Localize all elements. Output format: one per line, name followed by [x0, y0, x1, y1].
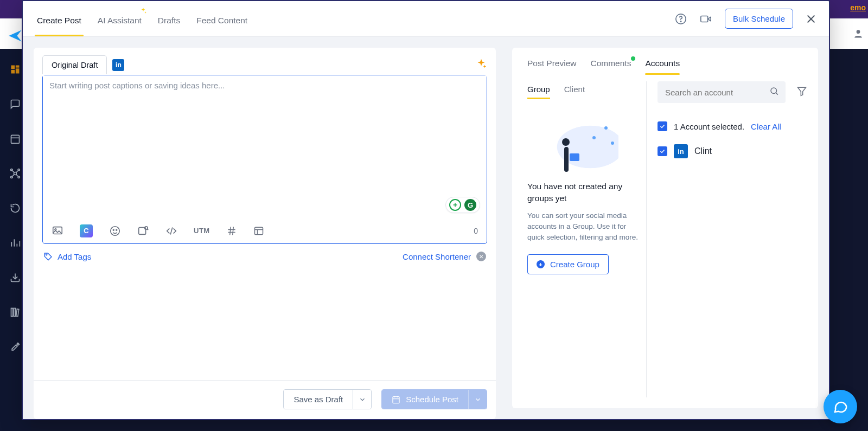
svg-point-9: [18, 169, 20, 171]
rail-dashboard-icon[interactable]: [10, 64, 21, 77]
linkedin-icon: in: [116, 61, 122, 69]
empty-groups-illustration: [548, 120, 618, 174]
right-panel: Post Preview Comments Accounts Group Cli…: [512, 48, 818, 408]
rail-download-icon[interactable]: [10, 272, 21, 285]
clear-all-link[interactable]: Clear All: [751, 122, 781, 131]
subtab-client[interactable]: Client: [564, 81, 585, 99]
save-as-draft-button[interactable]: Save as Draft: [284, 390, 353, 409]
emoji-icon[interactable]: [109, 225, 121, 237]
create-group-label: Create Group: [550, 260, 599, 269]
draft-tab-linkedin[interactable]: in: [112, 59, 124, 71]
svg-rect-1: [11, 66, 15, 69]
account-search-input[interactable]: [664, 87, 769, 98]
schedule-post-label: Schedule Post: [406, 395, 458, 404]
svg-rect-49: [393, 396, 399, 403]
caption-textarea[interactable]: [43, 75, 487, 217]
grammarly-widget[interactable]: G: [445, 197, 480, 213]
rail-comments-icon[interactable]: [10, 99, 21, 112]
schedule-post-caret[interactable]: [468, 390, 487, 409]
grammarly-add-icon: [449, 199, 461, 211]
rail-calendar-icon[interactable]: [10, 133, 21, 146]
shortener-dismiss-icon[interactable]: [476, 252, 486, 261]
media-icon[interactable]: [52, 225, 63, 237]
subtab-group[interactable]: Group: [527, 81, 550, 99]
svg-line-40: [170, 227, 173, 234]
groups-empty-desc: You can sort your social media accounts …: [527, 210, 639, 242]
accounts-selected-text: 1 Account selected.: [674, 122, 744, 131]
svg-rect-23: [16, 309, 19, 317]
svg-rect-2: [16, 66, 20, 68]
create-post-modal: Create Post AI Assistant Drafts Feed Con…: [22, 0, 830, 420]
video-icon[interactable]: [699, 13, 713, 25]
add-tags-button[interactable]: Add Tags: [43, 252, 91, 261]
svg-rect-26: [701, 16, 708, 22]
tab-feed-content[interactable]: Feed Content: [194, 4, 250, 36]
canva-icon[interactable]: C: [80, 224, 93, 237]
select-all-checkbox[interactable]: [658, 121, 667, 131]
account-checkbox[interactable]: [658, 146, 667, 156]
create-group-button[interactable]: + Create Group: [527, 254, 609, 274]
tab-ai-assistant[interactable]: AI Assistant: [95, 4, 144, 36]
connect-shortener-link[interactable]: Connect Shortener: [403, 252, 471, 261]
sparkle-icon: [139, 7, 147, 17]
close-icon[interactable]: [805, 13, 817, 25]
app-logo-icon[interactable]: [8, 28, 23, 46]
utm-button[interactable]: UTM: [194, 227, 210, 235]
modal-header: Create Post AI Assistant Drafts Feed Con…: [23, 1, 829, 37]
sparkle-icon[interactable]: [475, 58, 487, 72]
rail-analytics-icon[interactable]: [10, 237, 21, 250]
account-row[interactable]: in Clint: [658, 144, 807, 158]
svg-line-15: [16, 175, 18, 176]
rail-library-icon[interactable]: [10, 307, 21, 320]
bg-demo-link[interactable]: emo: [850, 3, 866, 12]
svg-line-44: [232, 227, 233, 235]
svg-line-13: [16, 171, 18, 172]
rtab-comments[interactable]: Comments: [590, 54, 631, 75]
schedule-post-button[interactable]: Schedule Post: [382, 390, 468, 409]
template-icon[interactable]: [253, 226, 264, 236]
code-icon[interactable]: [165, 225, 177, 237]
char-count: 0: [474, 227, 478, 235]
rtab-accounts[interactable]: Accounts: [645, 54, 680, 75]
account-name: Clint: [694, 146, 712, 156]
rail-refresh-icon[interactable]: [10, 203, 21, 216]
editor-footer: Save as Draft Schedule Post: [34, 380, 496, 419]
draft-tab-original[interactable]: Original Draft: [42, 55, 107, 74]
svg-line-43: [229, 227, 231, 235]
schedule-post-split: Schedule Post: [381, 389, 487, 409]
svg-point-10: [11, 176, 12, 178]
svg-line-39: [147, 229, 148, 230]
rail-tools-icon[interactable]: [10, 342, 21, 355]
linkedin-icon: in: [674, 144, 688, 158]
rtab-comments-label: Comments: [590, 59, 631, 68]
tab-drafts[interactable]: Drafts: [156, 4, 182, 36]
svg-rect-3: [16, 68, 20, 73]
image-search-icon[interactable]: [137, 225, 149, 237]
save-as-draft-caret[interactable]: [353, 390, 371, 409]
svg-point-8: [11, 169, 12, 171]
grammarly-logo-icon: G: [464, 199, 476, 211]
plus-circle-icon: +: [537, 260, 545, 268]
svg-point-25: [680, 21, 681, 21]
svg-rect-21: [11, 308, 13, 317]
add-tags-label: Add Tags: [58, 252, 91, 261]
filter-icon[interactable]: [796, 86, 807, 99]
rtab-post-preview[interactable]: Post Preview: [527, 54, 576, 75]
tab-create-post[interactable]: Create Post: [35, 4, 84, 36]
svg-point-35: [113, 229, 114, 230]
comments-badge-dot: [631, 56, 635, 61]
help-icon[interactable]: [675, 13, 687, 25]
rail-network-icon[interactable]: [10, 168, 21, 181]
accounts-list-column: 1 Account selected. Clear All in Clint: [658, 81, 807, 397]
svg-point-34: [111, 226, 120, 235]
editor-toolbar: C UTM 0: [43, 217, 487, 243]
svg-point-53: [771, 88, 777, 94]
svg-point-48: [46, 254, 47, 255]
search-icon[interactable]: [769, 86, 779, 98]
groups-empty-title: You have not created any groups yet: [527, 181, 639, 204]
bulk-schedule-button[interactable]: Bulk Schedule: [725, 9, 793, 29]
chat-fab[interactable]: [824, 390, 857, 423]
svg-line-14: [12, 175, 14, 176]
bg-user-avatar-icon[interactable]: [853, 28, 864, 41]
hashtag-icon[interactable]: [226, 226, 237, 236]
